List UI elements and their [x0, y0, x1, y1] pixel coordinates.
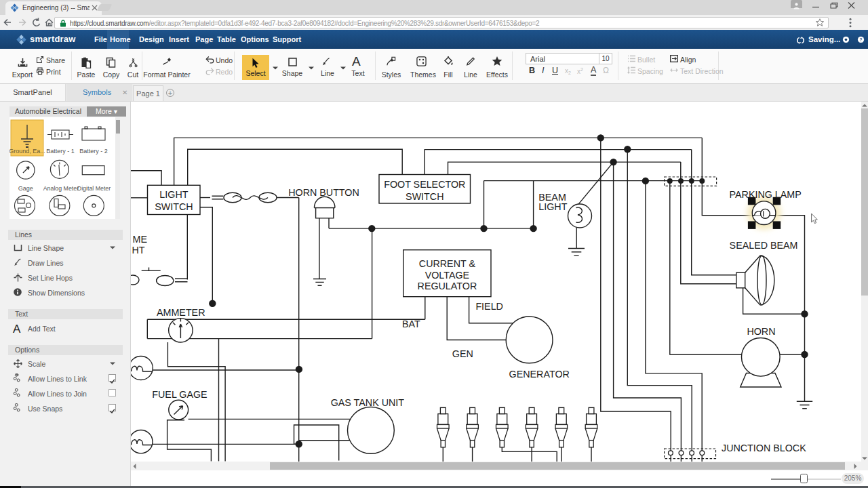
- svg-text:FUEL GAGE: FUEL GAGE: [152, 389, 207, 400]
- svg-text:?: ?: [860, 37, 863, 42]
- svg-text:BAT: BAT: [402, 319, 420, 329]
- svg-text:Battery - 2: Battery - 2: [79, 148, 108, 155]
- svg-text:VOLTAGE: VOLTAGE: [425, 270, 469, 281]
- svg-text:CURRENT &: CURRENT &: [419, 258, 476, 269]
- svg-text:PARKING LAMP: PARKING LAMP: [730, 189, 802, 200]
- svg-text:LIGHT: LIGHT: [159, 189, 188, 200]
- svg-text:HORN BUTTON: HORN BUTTON: [288, 187, 359, 198]
- svg-text:REGULATOR: REGULATOR: [418, 281, 477, 291]
- svg-text:FIELD: FIELD: [475, 301, 503, 312]
- svg-text:AMMETER: AMMETER: [157, 307, 205, 318]
- svg-text:Battery - 1: Battery - 1: [46, 148, 75, 155]
- svg-text:GEN: GEN: [452, 348, 473, 359]
- svg-text:Analog Meter: Analog Meter: [43, 185, 79, 192]
- svg-text:Gage: Gage: [18, 185, 33, 192]
- svg-text:SEALED BEAM: SEALED BEAM: [730, 240, 798, 251]
- svg-text:Ground, Ea...: Ground, Ea...: [9, 148, 45, 155]
- svg-text:Digital Meter: Digital Meter: [77, 185, 111, 192]
- svg-text:FOOT SELECTOR: FOOT SELECTOR: [384, 179, 465, 190]
- svg-text:LIGHT: LIGHT: [538, 201, 567, 212]
- svg-text:JUNCTION BLOCK: JUNCTION BLOCK: [722, 443, 806, 453]
- svg-text:SWITCH: SWITCH: [155, 201, 193, 212]
- svg-text:HT: HT: [132, 245, 144, 256]
- svg-text:HORN: HORN: [747, 326, 775, 337]
- svg-text:SWITCH: SWITCH: [406, 191, 443, 202]
- svg-text:GENERATOR: GENERATOR: [509, 369, 570, 380]
- svg-text:GAS TANK UNIT: GAS TANK UNIT: [331, 397, 405, 408]
- svg-text:ME: ME: [133, 234, 147, 245]
